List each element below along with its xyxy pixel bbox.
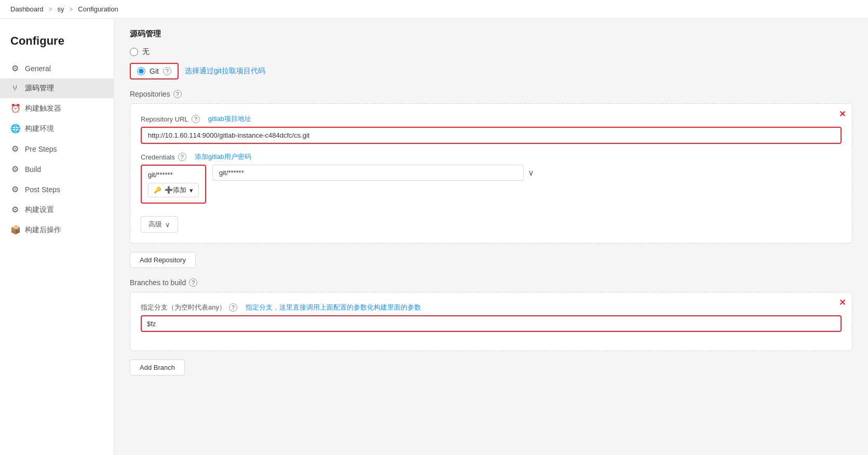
main-area: Configure ⚙ General ⑂ 源码管理 ⏰ 构建触发器 🌐 构建环… bbox=[0, 19, 868, 455]
dropdown-arrow-icon: ∨ bbox=[528, 168, 534, 178]
branch-specifier-label-row: 指定分支（为空时代表any） ? 指定分支，这里直接调用上面配置的参数化构建里面… bbox=[141, 303, 842, 312]
sidebar-item-trigger[interactable]: ⏰ 构建触发器 bbox=[0, 98, 114, 118]
branches-help-icon[interactable]: ? bbox=[189, 278, 197, 287]
main-content: 源码管理 无 Git ? 选择通过git拉取项目代码 Repositories … bbox=[114, 19, 868, 455]
repo-url-label: Repository URL bbox=[141, 115, 188, 123]
branch-card: ✕ 指定分支（为空时代表any） ? 指定分支，这里直接调用上面配置的参数化构建… bbox=[130, 292, 852, 351]
branch-specifier-annotation: 指定分支，这里直接调用上面配置的参数化构建里面的参数 bbox=[246, 303, 421, 312]
chevron-down-icon: ∨ bbox=[165, 221, 170, 229]
sidebar-item-buildsettings[interactable]: ⚙ 构建设置 bbox=[0, 199, 114, 220]
sidebar-item-postbuild-label: 构建后操作 bbox=[25, 225, 61, 235]
credentials-help-icon[interactable]: ? bbox=[178, 153, 186, 161]
breadcrumb-sy[interactable]: sy bbox=[57, 5, 64, 13]
credentials-label: Credentials bbox=[141, 153, 175, 161]
breadcrumb-sep1: > bbox=[48, 5, 52, 13]
advanced-toggle-button[interactable]: 高级 ∨ bbox=[141, 216, 178, 233]
repositories-label: Repositories bbox=[130, 90, 170, 98]
breadcrumb-dashboard[interactable]: Dashboard bbox=[10, 5, 44, 13]
git-label[interactable]: Git bbox=[150, 67, 159, 75]
none-radio[interactable] bbox=[130, 48, 138, 56]
credentials-value: git/****** bbox=[148, 171, 199, 179]
key-icon: 🔑 bbox=[154, 186, 161, 194]
settings-icon: ⚙ bbox=[10, 205, 20, 215]
branches-label: Branches to build bbox=[130, 278, 186, 287]
build-icon: ⚙ bbox=[10, 164, 20, 174]
sidebar-title: Configure bbox=[0, 29, 114, 58]
sidebar-item-presteps-label: Pre Steps bbox=[25, 145, 57, 153]
clock-icon: ⏰ bbox=[10, 103, 20, 113]
add-branch-label: Add Branch bbox=[140, 364, 175, 371]
git-option-box: Git ? bbox=[130, 63, 179, 79]
sidebar-item-postbuild[interactable]: 📦 构建后操作 bbox=[0, 220, 114, 240]
git-radio[interactable] bbox=[137, 67, 145, 75]
package-icon: 📦 bbox=[10, 225, 20, 235]
credentials-annotation: 添加gitlab用户密码 bbox=[195, 152, 251, 162]
sidebar-item-build[interactable]: ⚙ Build bbox=[0, 159, 114, 179]
branch-specifier-group: 指定分支（为空时代表any） ? 指定分支，这里直接调用上面配置的参数化构建里面… bbox=[141, 303, 842, 332]
gear-icon: ⚙ bbox=[10, 63, 20, 73]
advanced-label: 高级 bbox=[148, 220, 162, 229]
sidebar-item-env-label: 构建环境 bbox=[25, 124, 54, 133]
breadcrumb-sep2: > bbox=[69, 5, 73, 13]
repository-card: ✕ Repository URL ? gitlab项目地址 Credential… bbox=[130, 103, 852, 244]
repo-url-group: Repository URL ? gitlab项目地址 bbox=[141, 114, 842, 144]
repo-url-help-icon[interactable]: ? bbox=[192, 115, 200, 123]
sidebar-item-general-label: General bbox=[25, 64, 51, 73]
none-option: 无 bbox=[130, 47, 852, 57]
sidebar-item-poststeps[interactable]: ⚙ Post Steps bbox=[0, 179, 114, 199]
repo-url-input[interactable] bbox=[141, 127, 842, 144]
add-credentials-button[interactable]: 🔑 ➕添加 ▾ bbox=[148, 183, 199, 197]
add-dropdown-arrow: ▾ bbox=[189, 186, 193, 194]
sidebar-item-poststeps-label: Post Steps bbox=[25, 185, 60, 194]
sidebar-item-build-label: Build bbox=[25, 165, 41, 173]
git-description: 选择通过git拉取项目代码 bbox=[185, 66, 265, 76]
repositories-label-row: Repositories ? bbox=[130, 90, 852, 98]
branches-label-row: Branches to build ? bbox=[130, 278, 852, 287]
repo-url-label-row: Repository URL ? gitlab项目地址 bbox=[141, 114, 842, 124]
sidebar: Configure ⚙ General ⑂ 源码管理 ⏰ 构建触发器 🌐 构建环… bbox=[0, 19, 114, 455]
breadcrumb-config[interactable]: Configuration bbox=[78, 5, 118, 13]
breadcrumb: Dashboard > sy > Configuration bbox=[0, 0, 868, 19]
credentials-label-row: Credentials ? 添加gitlab用户密码 bbox=[141, 152, 842, 162]
add-repository-label: Add Repository bbox=[140, 256, 186, 264]
sidebar-item-general[interactable]: ⚙ General bbox=[0, 58, 114, 78]
globe-icon: 🌐 bbox=[10, 124, 20, 133]
repositories-help-icon[interactable]: ? bbox=[173, 90, 182, 98]
add-repository-button[interactable]: Add Repository bbox=[130, 252, 196, 268]
close-repository-button[interactable]: ✕ bbox=[839, 109, 846, 119]
sidebar-item-presteps[interactable]: ⚙ Pre Steps bbox=[0, 139, 114, 159]
app-layout: Dashboard > sy > Configuration Configure… bbox=[0, 0, 868, 455]
none-label[interactable]: 无 bbox=[142, 47, 150, 57]
sidebar-item-source[interactable]: ⑂ 源码管理 bbox=[0, 78, 114, 98]
branch-specifier-label: 指定分支（为空时代表any） bbox=[141, 303, 226, 312]
sidebar-item-buildsettings-label: 构建设置 bbox=[25, 205, 54, 215]
git-fork-icon: ⑂ bbox=[10, 84, 20, 93]
credentials-box: git/****** 🔑 ➕添加 ▾ bbox=[141, 165, 206, 204]
poststeps-icon: ⚙ bbox=[10, 184, 20, 194]
credentials-select[interactable]: git/****** bbox=[212, 165, 524, 181]
branch-specifier-help-icon[interactable]: ? bbox=[229, 303, 237, 312]
git-help-icon[interactable]: ? bbox=[163, 67, 171, 75]
credentials-group: Credentials ? 添加gitlab用户密码 git/****** 🔑 … bbox=[141, 152, 842, 204]
close-branch-button[interactable]: ✕ bbox=[839, 298, 846, 307]
repo-url-annotation: gitlab项目地址 bbox=[208, 114, 251, 124]
section-title: 源码管理 bbox=[130, 29, 852, 39]
sidebar-item-trigger-label: 构建触发器 bbox=[25, 104, 61, 113]
sidebar-item-env[interactable]: 🌐 构建环境 bbox=[0, 118, 114, 139]
presteps-icon: ⚙ bbox=[10, 144, 20, 154]
branch-input[interactable] bbox=[147, 320, 261, 328]
add-branch-button[interactable]: Add Branch bbox=[130, 359, 185, 376]
sidebar-item-source-label: 源码管理 bbox=[25, 84, 54, 93]
branch-input-box bbox=[141, 315, 842, 332]
git-option-row: Git ? 选择通过git拉取项目代码 bbox=[130, 63, 852, 79]
add-credentials-label: ➕添加 bbox=[165, 185, 186, 195]
